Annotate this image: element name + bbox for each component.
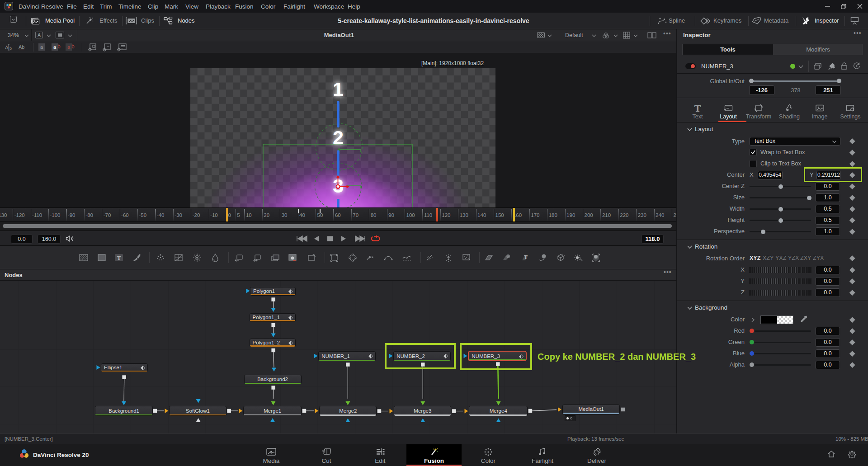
svg-text:Ab: Ab xyxy=(19,44,24,50)
svg-text:A: A xyxy=(5,45,9,50)
svg-text:T: T xyxy=(117,254,121,261)
svg-text:T: T xyxy=(524,254,528,260)
svg-text:b: b xyxy=(9,46,12,51)
svg-text:T: T xyxy=(694,103,701,113)
